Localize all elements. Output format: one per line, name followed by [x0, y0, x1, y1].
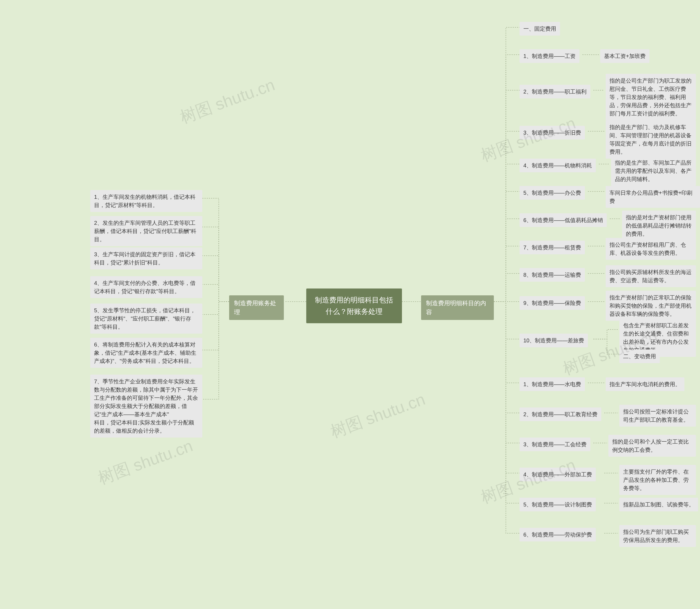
left-item[interactable]: 6、将制造费用分配计入有关的成本核算对象，借记"生产成本(基本生产成本、辅助生产… [90, 338, 202, 368]
right-item-desc-text: 指公司按照一定标准计提公司生产部职工的教育基金。 [623, 407, 692, 424]
right-item[interactable]: 3、制造费用——工会经费 [520, 437, 590, 451]
right-item-desc-text: 指公司为生产部门职工购买劳保用品所发生的费用。 [623, 528, 692, 544]
right-item-desc-text: 指的是生产部门、动力及机修车间、车间管理部门使用的机器设备等固定资产，在每月底计… [610, 123, 692, 156]
right-item-label: 10、制造费用——差旅费 [523, 336, 584, 345]
right-item[interactable]: 10、制造费用——差旅费 [520, 334, 588, 347]
right-item-desc[interactable]: 指的是对生产资材部门使用的低值易耗品进行摊销结转的费用。 [622, 211, 696, 241]
right-item-label: 5、制造费用——办公费 [523, 189, 581, 197]
watermark: 树图 shutu.cn [95, 435, 196, 489]
right-item-label: 3、制造费用——工会经费 [523, 440, 587, 449]
right-item-desc[interactable]: 指生产车间水电消耗的费用。 [606, 377, 684, 391]
right-item-desc[interactable]: 指的是公司和个人按一定工资比例交纳的工会费。 [608, 435, 696, 457]
right-item-desc-text: 车间日常办公用品费+书报费+印刷费 [610, 189, 696, 205]
right-item-desc-text: 指生产资材部门的正常职工的保险和购买货物的保险，生产部使用机器设备和车辆的保险费… [610, 293, 692, 318]
branch-right-label: 制造费用明细科目的内容 [426, 299, 489, 317]
left-item[interactable]: 7、季节性生产企业制造费用全年实际发生数与分配数的差额，除其中属于为下一年开工生… [90, 375, 202, 437]
left-item-text: 6、将制造费用分配计入有关的成本核算对象，借记"生产成本(基本生产成本、辅助生产… [94, 341, 198, 365]
left-item[interactable]: 3、生产车间计提的固定资产折旧，借记本科目，贷记"累计折旧"科目。 [90, 247, 202, 269]
left-item[interactable]: 5、发生季节性的停工损失，借记本科目，贷记"原材料"、"应付职工薪酬"、"银行存… [90, 303, 202, 334]
right-item-label: 4、制造费用——外部加工费 [523, 470, 592, 478]
right-item-subnote-text: 二、变动费用 [623, 352, 656, 361]
left-item[interactable]: 4、生产车间支付的办公费、水电费等，借记本科目，贷记"银行存款"等科目。 [90, 276, 202, 298]
right-item[interactable]: 3、制造费用——折旧费 [520, 126, 585, 139]
right-item-desc[interactable]: 指公司为生产部门职工购买劳保用品所发生的费用。 [619, 525, 696, 547]
right-item-label: 6、制造费用——劳动保护费 [523, 530, 592, 539]
right-item[interactable]: 5、制造费用——设计制图费 [520, 498, 596, 511]
left-item-text: 5、发生季节性的停工损失，借记本科目，贷记"原材料"、"应付职工薪酬"、"银行存… [94, 306, 198, 331]
mindmap-canvas: 制造费用的明细科目包括什么？附账务处理 制造费用账务处理 制造费用明细科目的内容… [0, 0, 700, 609]
right-item-desc-text: 指的是生产部、车间加工产品所需共用的零配件以及车间、各产品的共同辅料。 [615, 159, 692, 183]
root-node[interactable]: 制造费用的明细科目包括什么？附账务处理 [306, 289, 402, 323]
right-item-label: 3、制造费用——折旧费 [523, 128, 581, 137]
right-item-label: 6、制造费用——低值易耗品摊销 [523, 216, 603, 224]
right-item-desc-text: 主要指支付厂外的零件、在产品发生的各种加工费、劳务费等。 [623, 468, 692, 492]
right-item-desc[interactable]: 基本工资+加班费 [600, 49, 649, 63]
right-item[interactable]: 5、制造费用——办公费 [520, 186, 585, 199]
right-item[interactable]: 6、制造费用——劳动保护费 [520, 528, 596, 541]
watermark: 树图 shutu.cn [327, 388, 428, 443]
right-item-desc[interactable]: 指公司按照一定标准计提公司生产部职工的教育基金。 [619, 405, 696, 427]
right-item-desc[interactable]: 指的是生产部门、动力及机修车间、车间管理部门使用的机器设备等固定资产，在每月底计… [606, 120, 696, 159]
right-item[interactable]: 6、制造费用——低值易耗品摊销 [520, 213, 607, 227]
right-item-desc[interactable]: 车间日常办公用品费+书报费+印刷费 [606, 186, 700, 208]
right-item-label: 2、制造费用——职工教育经费 [523, 410, 597, 418]
right-item-desc-text: 指生产车间水电消耗的费用。 [610, 380, 681, 388]
left-item[interactable]: 2、发生的生产车间管理人员的工资等职工薪酬，借记本科目，贷记"应付职工薪酬"科目… [90, 216, 202, 246]
right-item-desc[interactable]: 指生产资材部门的正常职工的保险和购买货物的保险，生产部使用机器设备和车辆的保险费… [606, 291, 696, 321]
right-item-label: 5、制造费用——设计制图费 [523, 501, 592, 509]
branch-right[interactable]: 制造费用明细科目的内容 [421, 295, 494, 320]
right-item[interactable]: 2、制造费用——职工教育经费 [520, 407, 601, 421]
right-item-label: 8、制造费用——运输费 [523, 271, 581, 279]
left-item-text: 4、生产车间支付的办公费、水电费等，借记本科目，贷记"银行存款"等科目。 [94, 279, 198, 295]
right-item-label: 7、制造费用——租赁费 [523, 243, 581, 251]
right-item[interactable]: 4、制造费用——机物料消耗 [520, 159, 596, 172]
right-item[interactable]: 一、固定费用 [520, 22, 560, 36]
right-item[interactable]: 4、制造费用——外部加工费 [520, 468, 596, 481]
right-item[interactable]: 1、制造费用——工资 [520, 49, 579, 63]
right-item-desc-text: 包含生产资材部职工出差发生的长途交通费、住宿费和出差补助，还有市内办公发生的交通… [623, 321, 692, 354]
watermark: 树图 shutu.cn [177, 74, 278, 128]
right-item[interactable]: 9、制造费用——保险费 [520, 296, 585, 310]
left-item-text: 2、发生的生产车间管理人员的工资等职工薪酬，借记本科目，贷记"应付职工薪酬"科目… [94, 219, 198, 243]
right-item[interactable]: 7、制造费用——租赁费 [520, 241, 585, 254]
left-item[interactable]: 1、生产车间发生的机物料消耗，借记本科目，贷记"原材料"等科目。 [90, 190, 202, 212]
right-item-desc[interactable]: 指的是生产部、车间加工产品所需共用的零配件以及车间、各产品的共同辅料。 [611, 156, 696, 186]
right-item-desc[interactable]: 主要指支付厂外的零件、在产品发生的各种加工费、劳务费等。 [619, 465, 696, 495]
left-item-text: 3、生产车间计提的固定资产折旧，借记本科目，贷记"累计折旧"科目。 [94, 250, 198, 267]
right-item[interactable]: 2、制造费用——职工福利 [520, 85, 590, 99]
right-item-desc-text: 基本工资+加班费 [604, 52, 646, 60]
right-item-desc-text: 指公司生产资材部租用厂房、仓库、机器设备等发生的费用。 [610, 241, 692, 257]
right-item-desc-text: 指的是公司和个人按一定工资比例交纳的工会费。 [612, 437, 692, 454]
right-item-label: 9、制造费用——保险费 [523, 299, 581, 307]
left-item-text: 1、生产车间发生的机物料消耗，借记本科目，贷记"原材料"等科目。 [94, 193, 198, 209]
right-item[interactable]: 1、制造费用——水电费 [520, 377, 585, 391]
right-item-desc[interactable]: 指公司购买原辅材料所发生的海运费、空运费、陆运费等。 [606, 265, 696, 287]
branch-left[interactable]: 制造费用账务处理 [229, 295, 284, 320]
right-item-label: 一、固定费用 [523, 24, 556, 33]
right-item-desc[interactable]: 指新品加工制图、试验费等。 [619, 498, 698, 511]
right-item-desc-text: 指的是公司生产部门为职工发放的慰问金、节日礼金、工伤医疗费等，节日发放的福利费、… [610, 76, 692, 118]
right-item-label: 1、制造费用——水电费 [523, 380, 581, 388]
right-item-label: 4、制造费用——机物料消耗 [523, 161, 592, 170]
right-item-desc-text: 指公司购买原辅材料所发生的海运费、空运费、陆运费等。 [610, 268, 692, 284]
right-item-desc[interactable]: 指的是公司生产部门为职工发放的慰问金、节日礼金、工伤医疗费等，节日发放的福利费、… [606, 74, 696, 120]
root-title: 制造费用的明细科目包括什么？附账务处理 [314, 295, 394, 317]
right-item-label: 1、制造费用——工资 [523, 52, 576, 60]
right-item-desc-text: 指新品加工制图、试验费等。 [623, 501, 694, 509]
right-item-desc[interactable]: 指公司生产资材部租用厂房、仓库、机器设备等发生的费用。 [606, 238, 696, 260]
branch-left-label: 制造费用账务处理 [234, 299, 279, 317]
right-item[interactable]: 8、制造费用——运输费 [520, 268, 585, 282]
right-item-label: 2、制造费用——职工福利 [523, 87, 587, 96]
right-item-desc-text: 指的是对生产资材部门使用的低值易耗品进行摊销结转的费用。 [626, 213, 692, 238]
right-item-subnote[interactable]: 二、变动费用 [619, 349, 660, 363]
left-item-text: 7、季节性生产企业制造费用全年实际发生数与分配数的差额，除其中属于为下一年开工生… [94, 377, 198, 435]
